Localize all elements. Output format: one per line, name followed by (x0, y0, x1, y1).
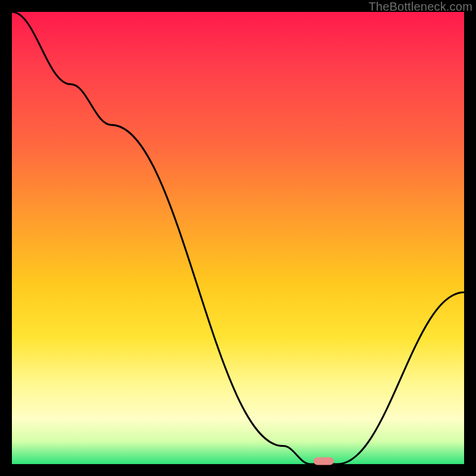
optimal-marker (314, 458, 334, 465)
chart-frame: TheBottleneck.com (0, 0, 476, 476)
plot-area (12, 12, 464, 464)
bottleneck-curve (12, 12, 464, 464)
